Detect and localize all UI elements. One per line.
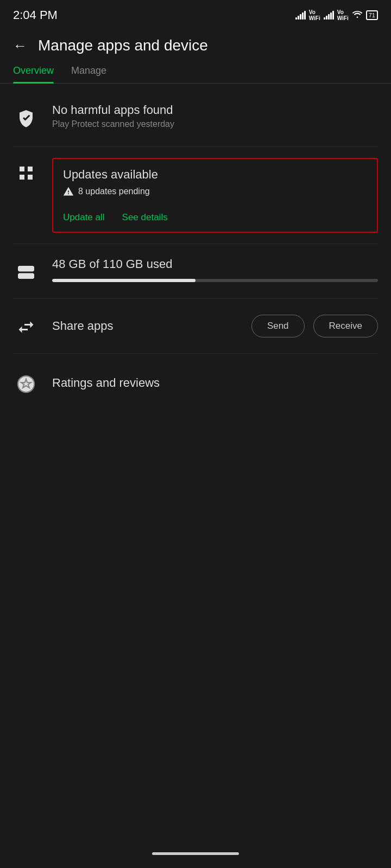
update-all-button[interactable]: Update all [63, 212, 105, 223]
tab-bar: Overview Manage [0, 65, 391, 84]
vo-wifi-label-2: VoWiFi [337, 9, 349, 21]
share-apps-label: Share apps [52, 319, 238, 333]
share-apps-section: Share apps Send Receive [0, 299, 391, 353]
signal-bars-1 [295, 11, 306, 20]
storage-section: 48 GB of 110 GB used [0, 244, 391, 298]
ratings-icon [13, 371, 39, 397]
ratings-section[interactable]: Ratings and reviews [0, 354, 391, 412]
storage-content: 48 GB of 110 GB used [52, 257, 378, 282]
shield-icon [13, 105, 39, 131]
storage-bar-fill [52, 279, 195, 282]
updates-title: Updates available [63, 168, 367, 182]
play-protect-title: No harmful apps found [52, 103, 378, 117]
update-actions: Update all See details [63, 206, 367, 232]
status-time: 2:04 PM [13, 8, 58, 22]
apps-grid-icon [13, 160, 39, 186]
share-buttons: Send Receive [251, 315, 378, 337]
bottom-nav-bar [152, 852, 239, 855]
page-title: Manage apps and device [38, 37, 208, 54]
page-header: ← Manage apps and device [0, 28, 391, 65]
play-protect-section: No harmful apps found Play Protect scann… [0, 88, 391, 146]
vo-wifi-label-1: VoWiFi [309, 9, 320, 21]
share-content: Share apps Send Receive [52, 315, 378, 337]
tab-overview[interactable]: Overview [13, 65, 54, 83]
warning-triangle-icon [63, 186, 74, 197]
play-protect-subtitle: Play Protect scanned yesterday [52, 119, 378, 129]
ratings-title: Ratings and reviews [52, 376, 160, 390]
status-icons: VoWiFi VoWiFi 71 [295, 9, 378, 21]
wifi-icon [352, 10, 363, 21]
play-protect-content: No harmful apps found Play Protect scann… [52, 103, 378, 129]
receive-button[interactable]: Receive [313, 315, 378, 337]
status-bar: 2:04 PM VoWiFi VoWiFi 71 [0, 0, 391, 28]
back-button[interactable]: ← [13, 37, 27, 54]
updates-box: Updates available 8 updates pending Upda… [52, 158, 378, 233]
send-button[interactable]: Send [251, 315, 305, 337]
storage-title: 48 GB of 110 GB used [52, 257, 378, 271]
tab-manage[interactable]: Manage [71, 65, 106, 83]
battery-icon: 71 [366, 10, 378, 20]
signal-bars-2 [324, 11, 334, 20]
updates-pending: 8 updates pending [63, 186, 367, 197]
see-details-button[interactable]: See details [122, 212, 168, 223]
updates-section: Updates available 8 updates pending Upda… [0, 147, 391, 244]
content-area: No harmful apps found Play Protect scann… [0, 84, 391, 417]
storage-icon [13, 259, 39, 285]
share-apps-icon [13, 314, 39, 340]
storage-bar [52, 279, 378, 282]
